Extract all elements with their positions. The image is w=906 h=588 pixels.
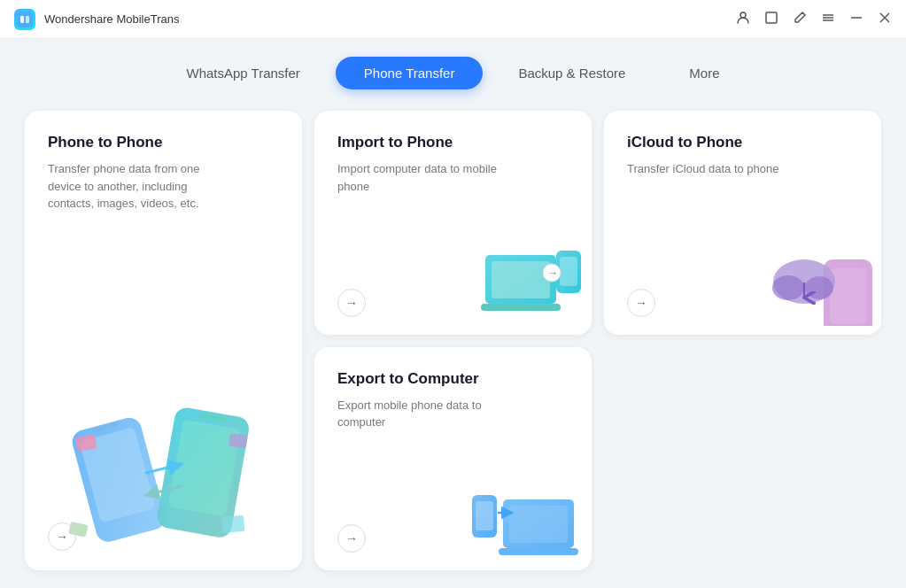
svg-rect-25: [560, 257, 577, 286]
card-icloud-title: iCloud to Phone: [627, 134, 858, 151]
svg-rect-1: [20, 16, 24, 23]
svg-point-31: [772, 275, 804, 300]
svg-rect-34: [509, 506, 568, 543]
app-title-text: Wondershare MobileTrans: [44, 12, 179, 26]
svg-rect-0: [17, 12, 33, 27]
titlebar-controls: [736, 11, 892, 27]
card-phone-to-phone-title: Phone to Phone: [48, 134, 279, 151]
card-import-to-phone[interactable]: Import to Phone Import computer data to …: [314, 111, 592, 335]
card-icloud-desc: Transfer iCloud data to phone: [627, 160, 786, 178]
svg-rect-4: [766, 12, 777, 23]
phone-to-phone-illustration: [58, 367, 270, 561]
window-icon[interactable]: [764, 11, 778, 27]
card-import-arrow[interactable]: →: [337, 289, 366, 317]
svg-rect-2: [26, 16, 29, 23]
app-icon: [14, 9, 35, 30]
titlebar: Wondershare MobileTrans: [0, 0, 906, 39]
card-phone-to-phone-arrow[interactable]: →: [48, 522, 76, 551]
svg-rect-23: [481, 304, 561, 311]
svg-rect-22: [492, 261, 550, 298]
titlebar-left: Wondershare MobileTrans: [14, 9, 179, 30]
card-phone-to-phone-desc: Transfer phone data from one device to a…: [48, 160, 207, 213]
svg-rect-35: [499, 548, 578, 555]
svg-rect-37: [476, 501, 493, 530]
card-export-to-computer[interactable]: Export to Computer Export mobile phone d…: [314, 347, 592, 571]
card-phone-to-phone[interactable]: Phone to Phone Transfer phone data from …: [25, 111, 302, 570]
nav-tabs: WhatsApp Transfer Phone Transfer Backup …: [0, 39, 906, 104]
cards-container: Phone to Phone Transfer phone data from …: [0, 104, 906, 588]
card-icloud-arrow[interactable]: →: [627, 289, 655, 317]
svg-point-3: [740, 12, 746, 18]
import-phone-illustration: →: [472, 220, 587, 326]
card-export-desc: Export mobile phone data to computer: [337, 397, 497, 431]
menu-icon[interactable]: [821, 11, 835, 27]
card-icloud-to-phone[interactable]: iCloud to Phone Transfer iCloud data to …: [604, 111, 881, 335]
main-content: WhatsApp Transfer Phone Transfer Backup …: [0, 39, 906, 588]
card-import-title: Import to Phone: [337, 134, 569, 151]
tab-backup[interactable]: Backup & Restore: [490, 57, 654, 89]
tab-whatsapp[interactable]: WhatsApp Transfer: [158, 57, 328, 89]
export-illustration: [463, 455, 587, 561]
card-import-desc: Import computer data to mobile phone: [337, 160, 497, 195]
svg-rect-19: [221, 515, 244, 533]
svg-point-32: [805, 276, 833, 299]
card-export-title: Export to Computer: [337, 370, 569, 388]
minimize-icon[interactable]: [849, 11, 863, 27]
edit-icon[interactable]: [793, 11, 807, 27]
close-icon[interactable]: [878, 11, 892, 27]
tab-phone[interactable]: Phone Transfer: [336, 57, 484, 89]
icloud-illustration: [762, 220, 877, 326]
card-export-arrow[interactable]: →: [337, 524, 366, 553]
svg-rect-29: [830, 268, 866, 324]
tab-more[interactable]: More: [661, 57, 747, 89]
svg-text:→: →: [548, 267, 558, 278]
svg-rect-18: [228, 433, 247, 449]
person-icon[interactable]: [736, 11, 750, 27]
